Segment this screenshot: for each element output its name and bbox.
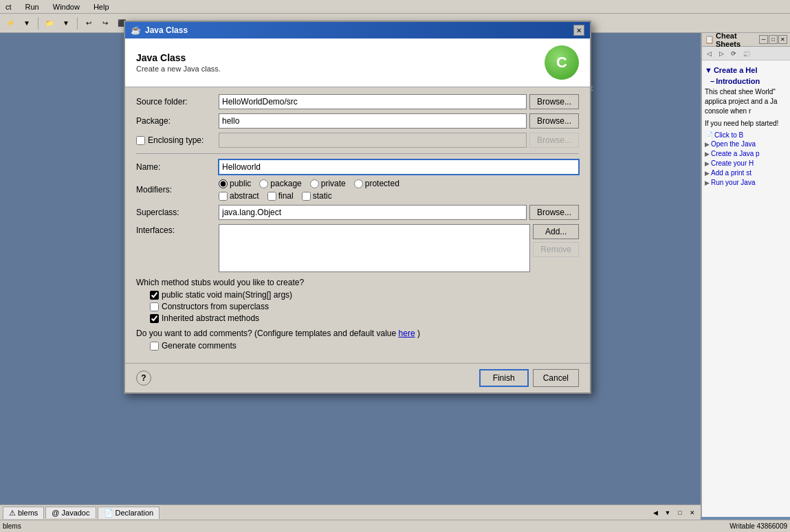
superclass-input[interactable] xyxy=(219,205,527,220)
name-row: Name: xyxy=(136,159,579,175)
stub-checkbox-2[interactable] xyxy=(150,314,159,323)
comments-title-end: ) xyxy=(417,329,420,338)
modifier-final-checkbox[interactable] xyxy=(267,192,276,201)
dialog-titlebar: ☕ Java Class ✕ xyxy=(125,22,590,38)
method-stubs-title: Which method stubs would you like to cre… xyxy=(136,278,579,287)
modifiers-options: public package private protected xyxy=(219,179,579,201)
modifier-protected-label[interactable]: protected xyxy=(354,179,399,188)
modifier-final-text: final xyxy=(278,191,294,201)
stub-item-1[interactable]: Constructors from superclass xyxy=(150,302,579,311)
enclosing-type-label: Enclosing type: xyxy=(148,135,204,145)
dialog-logo: C xyxy=(545,45,579,80)
comments-section: Do you want to add comments? (Configure … xyxy=(136,329,579,351)
comments-generate-label[interactable]: Generate comments xyxy=(150,341,579,351)
source-folder-input[interactable] xyxy=(219,94,527,109)
modifier-final-label[interactable]: final xyxy=(267,191,294,201)
modifier-private-label[interactable]: private xyxy=(310,179,346,188)
source-folder-browse-button[interactable]: Browse... xyxy=(529,94,579,109)
modifier-public-radio[interactable] xyxy=(219,179,228,188)
modifier-private-radio[interactable] xyxy=(310,179,319,188)
interfaces-section: Interfaces: Add... Remove xyxy=(136,224,579,272)
stub-label-0: public static void main(String[] args) xyxy=(162,290,292,300)
modifiers-radio-group: public package private protected xyxy=(219,179,579,188)
dialog-title-icon: ☕ xyxy=(131,25,141,35)
stub-checkbox-1[interactable] xyxy=(150,302,159,311)
modifiers-checkbox-group: abstract final static xyxy=(219,191,579,201)
modifier-public-label[interactable]: public xyxy=(219,179,251,188)
dialog-footer: ? Finish Cancel xyxy=(125,363,590,392)
enclosing-type-checkbox[interactable] xyxy=(136,136,145,145)
comments-title-text: Do you want to add comments? (Configure … xyxy=(136,329,396,338)
comments-here-link[interactable]: here xyxy=(399,329,415,338)
form-divider-1 xyxy=(136,153,579,154)
enclosing-type-row: Enclosing type: Browse... xyxy=(136,133,579,148)
superclass-label: Superclass: xyxy=(136,208,219,217)
modifier-public-text: public xyxy=(230,179,251,188)
interfaces-textarea[interactable] xyxy=(219,224,530,272)
interfaces-add-button[interactable]: Add... xyxy=(533,224,579,239)
dialog-header-subtitle: Create a new Java class. xyxy=(136,65,221,73)
name-input[interactable] xyxy=(219,159,579,175)
dialog-finish-button[interactable]: Finish xyxy=(479,369,529,387)
source-folder-row: Source folder: Browse... xyxy=(136,94,579,109)
dialog-close-button[interactable]: ✕ xyxy=(573,25,584,36)
dialog-footer-left: ? xyxy=(136,370,151,386)
modifier-protected-text: protected xyxy=(365,179,399,188)
method-stubs-section: Which method stubs would you like to cre… xyxy=(136,278,579,323)
source-folder-label: Source folder: xyxy=(136,97,219,107)
dialog-header-section: Java Class Create a new Java class. C xyxy=(125,38,590,87)
modifier-package-radio[interactable] xyxy=(259,179,268,188)
package-row: Package: Browse... xyxy=(136,113,579,129)
modifier-private-text: private xyxy=(321,179,346,188)
modifier-static-checkbox[interactable] xyxy=(302,192,311,201)
modifier-abstract-text: abstract xyxy=(230,191,259,201)
interfaces-remove-button: Remove xyxy=(533,242,579,257)
superclass-browse-button[interactable]: Browse... xyxy=(529,205,579,220)
modifiers-row: Modifiers: public package pr xyxy=(136,179,579,201)
comments-generate-checkbox[interactable] xyxy=(150,342,159,351)
modifier-package-text: package xyxy=(270,179,301,188)
enclosing-type-checkbox-area: Enclosing type: xyxy=(136,135,219,145)
superclass-row: Superclass: Browse... xyxy=(136,205,579,220)
modifier-static-label[interactable]: static xyxy=(302,191,332,201)
package-browse-button[interactable]: Browse... xyxy=(529,113,579,129)
java-class-dialog: ☕ Java Class ✕ Java Class Create a new J… xyxy=(124,21,591,394)
package-input[interactable] xyxy=(219,113,527,129)
dialog-help-button[interactable]: ? xyxy=(136,370,151,386)
dialog-form: Source folder: Browse... Package: Browse… xyxy=(125,87,590,363)
interfaces-label: Interfaces: xyxy=(136,224,219,235)
enclosing-type-input xyxy=(219,133,527,148)
modifiers-label: Modifiers: xyxy=(136,185,219,195)
interfaces-buttons: Add... Remove xyxy=(533,224,579,257)
stub-label-1: Constructors from superclass xyxy=(162,302,269,311)
stub-item-2[interactable]: Inherited abstract methods xyxy=(150,313,579,323)
stub-item-0[interactable]: public static void main(String[] args) xyxy=(150,290,579,300)
modifier-static-text: static xyxy=(313,191,332,201)
dialog-cancel-button[interactable]: Cancel xyxy=(533,369,579,387)
comments-generate-text: Generate comments xyxy=(162,341,237,351)
dialog-title: ☕ Java Class xyxy=(131,25,188,35)
stub-checkbox-0[interactable] xyxy=(150,291,159,300)
enclosing-type-browse-button: Browse... xyxy=(529,133,579,148)
package-label: Package: xyxy=(136,116,219,126)
name-label: Name: xyxy=(136,162,219,172)
stub-label-2: Inherited abstract methods xyxy=(162,313,259,323)
modifier-package-label[interactable]: package xyxy=(259,179,301,188)
dialog-header-info: Java Class Create a new Java class. xyxy=(136,52,221,73)
dialog-header-title: Java Class xyxy=(136,52,221,63)
modifier-protected-radio[interactable] xyxy=(354,179,363,188)
comments-title: Do you want to add comments? (Configure … xyxy=(136,329,579,338)
method-stubs-list: public static void main(String[] args) C… xyxy=(150,290,579,323)
dialog-overlay: ☕ Java Class ✕ Java Class Create a new J… xyxy=(0,0,790,532)
modifier-abstract-checkbox[interactable] xyxy=(219,192,228,201)
dialog-footer-right: Finish Cancel xyxy=(479,369,579,387)
dialog-title-text-label: Java Class xyxy=(145,25,188,35)
modifier-abstract-label[interactable]: abstract xyxy=(219,191,259,201)
